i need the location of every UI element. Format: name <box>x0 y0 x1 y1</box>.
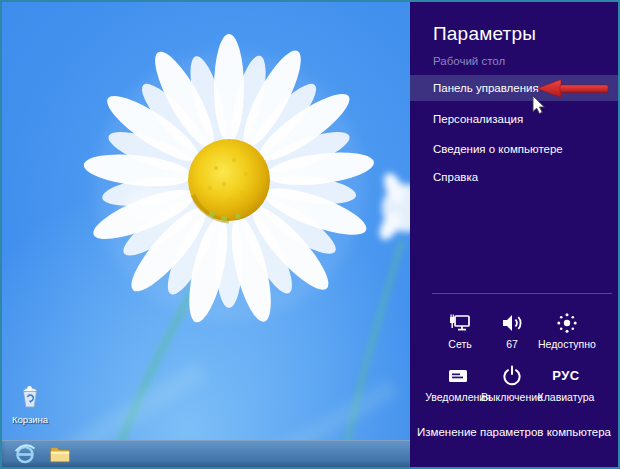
recycle-bin-icon <box>20 385 40 409</box>
recycle-bin-shortcut[interactable]: Корзина <box>8 385 52 425</box>
settings-charm-panel: Параметры Рабочий стол Панель управления… <box>410 2 618 467</box>
panel-subtitle: Рабочий стол <box>433 55 505 67</box>
menu-item-control-panel[interactable]: Панель управления <box>410 75 618 101</box>
quick-setting-brightness[interactable]: Недоступно <box>521 310 613 350</box>
file-explorer-icon[interactable] <box>49 443 71 465</box>
brightness-icon <box>554 310 580 336</box>
panel-title: Параметры <box>433 23 536 45</box>
menu-item-personalization[interactable]: Персонализация <box>433 113 523 125</box>
change-pc-settings-link[interactable]: Изменение параметров компьютера <box>410 426 618 438</box>
menu-item-pc-info[interactable]: Сведения о компьютере <box>433 143 563 155</box>
keyboard-label: Клавиатура <box>520 391 612 403</box>
menu-item-label: Панель управления <box>433 75 539 101</box>
recycle-bin-label: Корзина <box>8 414 52 425</box>
menu-item-help[interactable]: Справка <box>433 171 478 183</box>
quick-setting-keyboard[interactable]: РУС Клавиатура <box>520 363 612 403</box>
brightness-label: Недоступно <box>521 338 613 350</box>
windows8-screen: Корзина Параметры Рабочий стол Панель уп… <box>0 0 620 469</box>
keyboard-language-icon: РУС <box>520 363 612 389</box>
quick-settings-divider <box>432 293 612 294</box>
internet-explorer-icon[interactable] <box>14 443 36 465</box>
